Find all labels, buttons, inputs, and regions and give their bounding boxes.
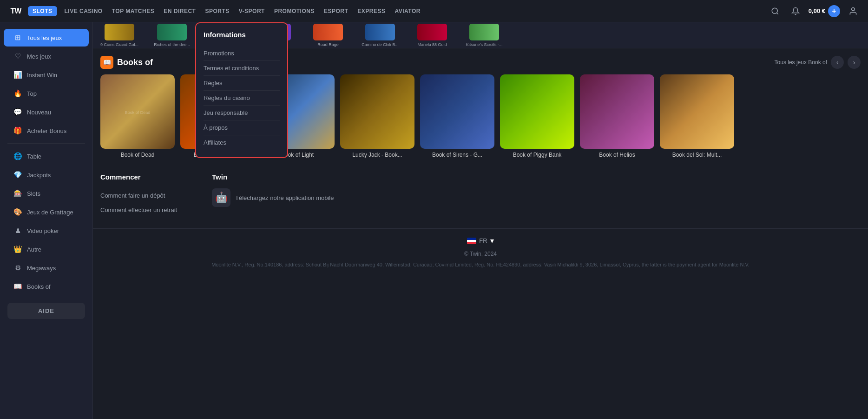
footer-copyright: © Twin, 2024 bbox=[100, 251, 861, 257]
game-thumb-book-of-piggy bbox=[500, 74, 574, 149]
scroll-thumb-2 bbox=[157, 24, 187, 40]
search-button[interactable] bbox=[768, 4, 783, 19]
dropdown-promotions[interactable]: Promotions bbox=[204, 46, 280, 61]
sidebar-item-video-poker[interactable]: ♟ Video poker bbox=[4, 222, 89, 239]
sidebar-item-jackpots[interactable]: 💎 Jackpots bbox=[4, 166, 89, 184]
logo-area: TW SLOTS bbox=[7, 3, 57, 20]
dropdown-jeu-responsable[interactable]: Jeu responsable bbox=[204, 106, 280, 120]
sidebar-item-tous-les-jeux[interactable]: ⊞ Tous les jeux bbox=[4, 29, 89, 47]
game-label-book-of-sirens: Book of Sirens - G... bbox=[420, 152, 494, 158]
footer-lang: FR ▾ bbox=[100, 236, 861, 245]
bottom-sections: Commencer Comment faire un dépôt Comment… bbox=[93, 173, 868, 225]
scroll-label-1: 9 Coins Grand Gol... bbox=[100, 42, 138, 47]
scroll-game-8[interactable]: Kitsune's Scrolls -... bbox=[466, 24, 503, 47]
sidebar-item-megaways[interactable]: ⚙ Megaways bbox=[4, 259, 89, 277]
dropdown-a-propos[interactable]: À propos bbox=[204, 120, 280, 135]
nav-right: 0,00 € + bbox=[768, 4, 861, 19]
game-thumb-book-of-dead: Book of Dead bbox=[100, 74, 175, 149]
sidebar-label-acheter-bonus: Acheter Bonus bbox=[27, 127, 66, 134]
game-card-lucky-jack[interactable]: Lucky Jack - Book... bbox=[340, 74, 414, 158]
scroll-game-5[interactable]: Road Rage bbox=[309, 24, 347, 47]
sidebar-item-books-of[interactable]: 📖 Books of bbox=[4, 278, 89, 295]
scroll-thumb-6 bbox=[365, 24, 395, 40]
chevron-down-icon[interactable]: ▾ bbox=[490, 236, 494, 245]
diamond-icon: 💎 bbox=[13, 170, 22, 180]
footer-legal: Moonlite N.V., Reg. No.140186, address: … bbox=[100, 261, 861, 269]
game-thumb-lucky-jack bbox=[340, 74, 414, 149]
fire-icon: 🔥 bbox=[13, 89, 22, 98]
sidebar-item-autre[interactable]: 👑 Autre bbox=[4, 240, 89, 258]
grid-icon: ⊞ bbox=[13, 33, 22, 42]
game-card-book-of-sirens[interactable]: Book of Sirens - G... bbox=[420, 74, 494, 158]
sidebar-label-jackpots: Jackpots bbox=[27, 172, 51, 179]
dropdown-affiliates[interactable]: Affiliates bbox=[204, 135, 280, 150]
sidebar-item-jeux-de-grattage[interactable]: 🎨 Jeux de Grattage bbox=[4, 203, 89, 221]
nav-sports[interactable]: SPORTS bbox=[205, 8, 229, 14]
game-label-book-of-piggy: Book of Piggy Bank bbox=[500, 152, 574, 158]
dropdown-regles-casino[interactable]: Règles du casino bbox=[204, 91, 280, 106]
scroll-game-7[interactable]: Maneki 88 Gold bbox=[414, 24, 451, 47]
books-section-icon: 📖 bbox=[100, 56, 113, 69]
nav-promotions[interactable]: PROMOTIONS bbox=[274, 8, 315, 14]
dropdown-regles[interactable]: Règles bbox=[204, 76, 280, 91]
main-layout: ⊞ Tous les jeux ♡ Mes jeux 📊 Instant Win… bbox=[0, 22, 868, 419]
game-card-book-del-sol[interactable]: Book del Sol: Mult... bbox=[660, 74, 734, 158]
flag-red bbox=[467, 242, 476, 244]
sidebar-label-top: Top bbox=[27, 90, 37, 97]
globe-icon: 🌐 bbox=[13, 152, 22, 161]
twin-app-row: 🤖 Téléchargez notre application mobile bbox=[212, 188, 334, 207]
sidebar-item-instant-win[interactable]: 📊 Instant Win bbox=[4, 66, 89, 84]
scroll-game-1[interactable]: 9 Coins Grand Gol... bbox=[100, 24, 138, 47]
scroll-label-8: Kitsune's Scrolls -... bbox=[466, 42, 503, 47]
palette-icon: 🎨 bbox=[13, 207, 22, 217]
game-card-book-of-helios[interactable]: Book of Helios bbox=[580, 74, 654, 158]
sidebar-item-slots[interactable]: 🎰 Slots bbox=[4, 185, 89, 202]
sidebar-item-top[interactable]: 🔥 Top bbox=[4, 85, 89, 102]
twin-col: Twin 🤖 Téléchargez notre application mob… bbox=[212, 173, 334, 217]
balance-value: 0,00 € bbox=[809, 7, 825, 14]
commencer-col: Commencer Comment faire un dépôt Comment… bbox=[100, 173, 193, 217]
nav-live-casino[interactable]: LIVE CASINO bbox=[65, 8, 103, 14]
add-funds-button[interactable]: + bbox=[828, 5, 840, 17]
france-flag bbox=[467, 238, 476, 244]
nav-top-matches[interactable]: TOP MATCHES bbox=[112, 8, 155, 14]
next-arrow-button[interactable]: › bbox=[848, 56, 861, 69]
sidebar-item-mes-jeux[interactable]: ♡ Mes jeux bbox=[4, 47, 89, 65]
nav-en-direct[interactable]: EN DIRECT bbox=[164, 8, 196, 14]
retrait-link[interactable]: Comment effectuer un retrait bbox=[100, 203, 193, 217]
nav-express[interactable]: EXPRESS bbox=[357, 8, 385, 14]
sidebar-divider-1 bbox=[7, 143, 85, 144]
books-section-title: Books of bbox=[117, 58, 153, 67]
sidebar-item-table[interactable]: 🌐 Table bbox=[4, 147, 89, 165]
android-icon: 🤖 bbox=[212, 188, 230, 207]
sidebar-label-instant-win: Instant Win bbox=[27, 72, 57, 79]
sidebar-item-acheter-bonus[interactable]: 🎁 Acheter Bonus bbox=[4, 122, 89, 140]
nav-aviator[interactable]: AVIATOR bbox=[395, 8, 421, 14]
dropdown-termes[interactable]: Termes et conditions bbox=[204, 61, 280, 76]
scroll-thumb-1 bbox=[105, 24, 134, 40]
sidebar-label-tous-les-jeux: Tous les jeux bbox=[27, 34, 62, 41]
depot-link[interactable]: Comment faire un dépôt bbox=[100, 188, 193, 203]
prev-arrow-button[interactable]: ‹ bbox=[831, 56, 844, 69]
sidebar-label-books-of: Books of bbox=[27, 283, 51, 290]
scroll-game-2[interactable]: Riches of the dee... bbox=[153, 24, 191, 47]
informations-dropdown: Informations Promotions Termes et condit… bbox=[195, 22, 288, 158]
section-title-area: 📖 Books of bbox=[100, 56, 153, 69]
slots-badge[interactable]: SLOTS bbox=[28, 6, 57, 16]
game-card-book-of-dead[interactable]: Book of Dead Book of Dead bbox=[100, 74, 175, 158]
notifications-button[interactable] bbox=[788, 4, 803, 19]
balance-area: 0,00 € + bbox=[809, 5, 840, 17]
aide-button[interactable]: AIDE bbox=[7, 303, 85, 319]
twin-app-label: Téléchargez notre application mobile bbox=[235, 194, 334, 201]
sidebar-item-nouveau[interactable]: 💬 Nouveau bbox=[4, 103, 89, 121]
game-card-book-of-piggy[interactable]: Book of Piggy Bank bbox=[500, 74, 574, 158]
user-profile-button[interactable] bbox=[846, 4, 861, 19]
svg-text:Book of Dead: Book of Dead bbox=[125, 110, 151, 115]
scroll-game-6[interactable]: Camino de Chili B... bbox=[362, 24, 399, 47]
view-all-books-link[interactable]: Tous les jeux Book of bbox=[775, 59, 827, 66]
gear-icon: ⚙ bbox=[13, 263, 22, 273]
nav-esport[interactable]: ESPORT bbox=[324, 8, 348, 14]
nav-v-sport[interactable]: V-SPORT bbox=[239, 8, 265, 14]
sidebar-label-megaways: Megaways bbox=[27, 265, 56, 272]
footer: FR ▾ © Twin, 2024 Moonlite N.V., Reg. No… bbox=[93, 228, 868, 276]
